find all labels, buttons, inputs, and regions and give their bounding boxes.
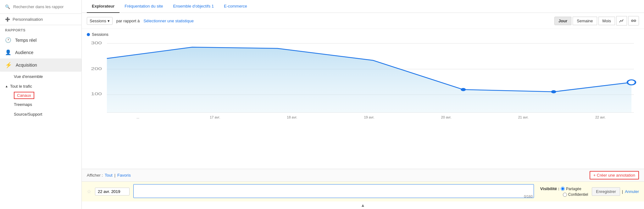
x-label-5: 21 avr. [485, 115, 562, 119]
chevron-down-icon: ▾ [108, 19, 110, 23]
chart-container: 300 200 100 [87, 39, 639, 114]
tab-ensemble[interactable]: Ensemble d'objectifs 1 [168, 0, 219, 13]
visibility-label: Visibilité : [540, 186, 559, 191]
mois-button[interactable]: Mois [598, 17, 615, 25]
par-rapport-label: par rapport à [116, 19, 140, 23]
sidebar-sub-canaux-wrapper[interactable]: Canaux [14, 92, 76, 99]
partagee-radio-row: Partagée [561, 187, 581, 191]
search-icon: 🔍 [5, 4, 10, 9]
favoris-link[interactable]: Favoris [117, 173, 131, 178]
tab-explorateur[interactable]: Explorateur [87, 0, 119, 13]
svg-point-3 [635, 20, 635, 21]
personalisation-label: Personnalisation [13, 17, 43, 22]
svg-point-2 [632, 20, 633, 21]
tab-frequentation[interactable]: Fréquentation du site [119, 0, 168, 13]
temps-reel-label: Temps réel [15, 38, 36, 43]
main-content: Explorateur Fréquentation du site Ensemb… [82, 0, 644, 209]
annotation-input-row: ☆ 0/160 Visibilité : Partagée Confidenti… [82, 181, 644, 201]
svg-text:100: 100 [91, 91, 102, 96]
audience-label: Audience [15, 50, 33, 55]
canaux-label[interactable]: Canaux [14, 92, 34, 99]
svg-point-18 [627, 80, 636, 85]
acquisition-label: Acquisition [16, 63, 37, 68]
chart-area: Sessions 300 200 100 [82, 29, 644, 169]
sidebar-search-bar[interactable]: 🔍 [0, 0, 81, 14]
annotation-date-input[interactable] [95, 188, 130, 195]
sidebar-sub-source-support[interactable]: Source/Support [0, 109, 81, 119]
select-stat-link[interactable]: Sélectionner une statistique [143, 19, 194, 23]
x-label-1: 17 avr. [176, 115, 253, 119]
x-label-0: ... [99, 115, 176, 119]
svg-text:300: 300 [91, 41, 102, 45]
sidebar-item-acquisition[interactable]: ⚡ Acquisition [0, 58, 81, 72]
annuler-link[interactable]: Annuler [625, 189, 639, 194]
jour-button[interactable]: Jour [554, 17, 571, 25]
triangle-icon: ▲ [5, 85, 8, 88]
clock-icon: 🕐 [5, 37, 11, 43]
confidentiel-radio-row: Confidentiel [563, 192, 588, 197]
tab-ecommerce[interactable]: E-commerce [219, 0, 252, 13]
svg-marker-11 [107, 47, 631, 113]
plus-icon: ➕ [5, 17, 10, 22]
star-icon[interactable]: ☆ [87, 189, 91, 195]
action-buttons: Enregistrer | Annuler [592, 187, 639, 196]
svg-point-16 [461, 88, 466, 91]
chart-legend: Sessions [87, 32, 639, 37]
sessions-label: Sessions [90, 19, 106, 23]
svg-point-17 [551, 90, 556, 93]
partagee-radio[interactable] [561, 187, 565, 191]
sidebar-sub-tout-le-trafic[interactable]: ▲ Tout le trafic [0, 81, 81, 91]
legend-dot [87, 33, 90, 36]
sidebar-item-temps-reel[interactable]: 🕐 Temps réel [0, 34, 81, 46]
acquisition-icon: ⚡ [5, 62, 12, 69]
personalisation-item[interactable]: ➕ Personnalisation [0, 14, 81, 25]
enregistrer-button[interactable]: Enregistrer [592, 187, 620, 196]
motif-chart-button[interactable] [628, 16, 639, 25]
x-label-2: 18 avr. [253, 115, 330, 119]
tabs-header: Explorateur Fréquentation du site Ensemb… [82, 0, 644, 13]
tout-link[interactable]: Tout [105, 173, 113, 178]
annotation-textarea[interactable] [133, 184, 534, 198]
separator: | [114, 173, 115, 178]
sessions-dropdown[interactable]: Sessions ▾ [87, 17, 113, 25]
annotation-bar: Afficher : Tout | Favoris + Créer une an… [82, 169, 644, 181]
char-count: 0/160 [524, 195, 533, 198]
afficher-label: Afficher : [87, 173, 103, 178]
create-annotation-button[interactable]: + Créer une annotation [590, 171, 639, 179]
line-chart-button[interactable] [616, 16, 627, 25]
audience-icon: 👤 [5, 49, 11, 55]
search-input[interactable] [13, 4, 76, 9]
svg-text:200: 200 [91, 66, 102, 71]
separator-pipe: | [622, 189, 623, 194]
sidebar: 🔍 ➕ Personnalisation RAPPORTS 🕐 Temps ré… [0, 0, 82, 209]
semaine-button[interactable]: Semaine [573, 17, 597, 25]
x-axis-labels: ... 17 avr. 18 avr. 19 avr. 20 avr. 21 a… [87, 114, 639, 119]
toolbar-right: Jour Semaine Mois [554, 16, 639, 25]
scroll-arrow[interactable]: ▲ [82, 201, 644, 209]
confidentiel-radio[interactable] [563, 193, 567, 197]
sidebar-sub-treemaps[interactable]: Treemaps [0, 100, 81, 109]
x-label-3: 19 avr. [330, 115, 408, 119]
sidebar-sub-vue-ensemble[interactable]: Vue d'ensemble [0, 72, 81, 81]
annotation-text-wrapper: 0/160 [133, 184, 534, 199]
legend-label: Sessions [92, 32, 108, 37]
x-label-6: 22 avr. [562, 115, 639, 119]
partagee-label: Partagée [566, 187, 581, 191]
rapports-section-label: RAPPORTS [0, 25, 81, 34]
x-label-4: 20 avr. [408, 115, 485, 119]
sidebar-item-audience[interactable]: 👤 Audience [0, 46, 81, 58]
chart-svg: 300 200 100 [87, 39, 639, 114]
confidentiel-label: Confidentiel [568, 192, 588, 197]
toolbar: Sessions ▾ par rapport à Sélectionner un… [82, 13, 644, 29]
visibility-group: Visibilité : Partagée Confidentiel [540, 186, 588, 197]
